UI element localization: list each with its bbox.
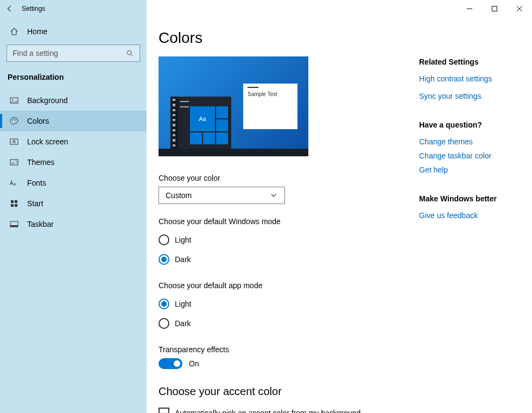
svg-rect-18 [11,204,14,207]
home-button[interactable]: Home [0,22,147,41]
preview-start-menu: Aa [170,97,231,149]
sidebar-item-lockscreen[interactable]: Lock screen [0,131,147,152]
preview-window: Sample Text [243,84,297,129]
sidebar-item-label: Themes [27,158,55,167]
link-change-themes[interactable]: Change themes [419,135,516,149]
app-mode-group: Light Dark [159,294,397,333]
svg-line-5 [131,54,132,56]
sidebar-item-label: Start [27,199,43,208]
app-mode-label: Choose your default app mode [159,281,397,290]
svg-point-8 [12,119,13,120]
sidebar-item-label: Fonts [27,179,46,187]
windows-mode-light[interactable]: Light [159,230,397,250]
related-heading: Related Settings [419,58,516,66]
link-feedback[interactable]: Give us feedback [419,208,516,223]
app-mode-dark[interactable]: Dark [159,314,397,333]
link-sync-settings[interactable]: Sync your settings [419,89,516,103]
sidebar-item-label: Taskbar [27,220,54,228]
radio-icon [159,318,169,329]
home-icon [10,27,18,36]
sidebar-item-label: Background [27,96,68,105]
checkbox-label: Automatically pick an accent color from … [175,409,360,413]
home-label: Home [27,27,47,36]
window-controls [457,0,532,17]
svg-text:A: A [10,180,14,186]
windows-mode-group: Light Dark [159,230,397,269]
section-title: Personalization [0,71,147,90]
search-box[interactable] [7,45,140,62]
improve-heading: Make Windows better [419,194,516,203]
windows-mode-dark[interactable]: Dark [159,250,397,269]
svg-point-7 [12,99,13,100]
svg-rect-1 [492,7,497,11]
sidebar-item-fonts[interactable]: AA Fonts [0,173,147,193]
sidebar-item-start[interactable]: Start [0,193,147,214]
transparency-label: Transparency effects [159,345,397,354]
transparency-toggle[interactable] [159,358,182,369]
svg-rect-17 [15,200,17,203]
picture-icon [10,96,18,105]
sidebar-item-background[interactable]: Background [0,90,147,111]
back-icon[interactable] [5,4,14,13]
chevron-down-icon [269,191,278,200]
radio-label: Light [175,236,191,244]
titlebar: Settings [0,0,532,17]
main-content: Colors Aa [147,17,532,413]
lock-screen-icon [10,137,18,146]
app-mode-light[interactable]: Light [159,294,397,314]
app-title: Settings [22,5,45,12]
fonts-icon: AA [10,179,18,187]
choose-color-dropdown[interactable]: Custom [159,187,285,204]
link-high-contrast[interactable]: High contrast settings [419,72,516,86]
toggle-state: On [189,359,199,368]
radio-label: Dark [175,255,191,264]
radio-icon [159,298,169,309]
accent-heading: Choose your accent color [159,385,397,398]
svg-rect-12 [13,141,15,143]
sidebar-item-label: Lock screen [27,137,68,146]
auto-accent-checkbox-row[interactable]: Automatically pick an accent color from … [159,408,397,413]
svg-point-9 [14,118,15,119]
radio-icon [159,254,169,265]
choose-color-label: Choose your color [159,174,397,182]
svg-rect-11 [10,139,18,144]
close-button[interactable] [507,0,532,17]
windows-mode-label: Choose your default Windows mode [159,217,397,226]
sidebar-item-label: Colors [27,117,49,125]
taskbar-icon [10,220,18,228]
preview-sample-text: Sample Text [248,91,293,97]
sidebar-item-colors[interactable]: Colors [0,111,147,131]
right-panel: Related Settings High contrast settings … [419,29,516,413]
themes-icon [10,158,18,167]
svg-point-10 [15,119,16,120]
titlebar-left: Settings [0,0,147,17]
link-get-help[interactable]: Get help [419,163,516,177]
question-heading: Have a question? [419,120,516,129]
svg-rect-16 [11,200,14,203]
sidebar: Home Personalization Background Colors [0,17,147,413]
dropdown-value: Custom [166,191,192,200]
start-icon [10,199,18,208]
svg-point-4 [127,50,131,55]
svg-rect-19 [15,204,17,207]
link-change-taskbar[interactable]: Change taskbar color [419,149,516,163]
sidebar-item-themes[interactable]: Themes [0,152,147,173]
svg-text:A: A [14,182,16,186]
color-preview: Aa Sample Text [159,56,308,156]
palette-icon [10,117,18,125]
checkbox-icon [159,408,169,413]
search-input[interactable] [12,49,125,58]
preview-tile-aa: Aa [190,106,215,131]
minimize-button[interactable] [457,0,482,17]
radio-label: Dark [175,319,191,328]
radio-label: Light [175,300,191,308]
page-title: Colors [159,29,397,47]
preview-taskbar [159,149,308,156]
radio-icon [159,234,169,245]
maximize-button[interactable] [482,0,507,17]
sidebar-item-taskbar[interactable]: Taskbar [0,214,147,234]
search-icon [125,49,134,58]
svg-rect-21 [10,225,18,227]
